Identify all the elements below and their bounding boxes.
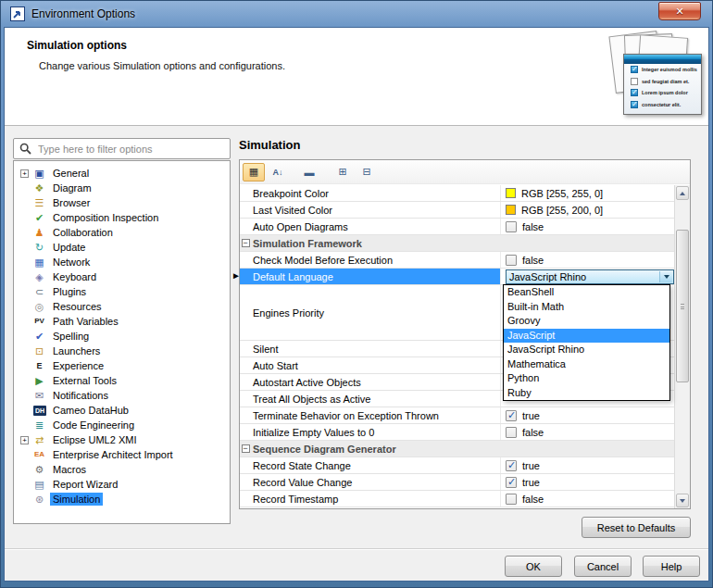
scroll-down-button[interactable] [676, 494, 689, 507]
sidebar-item-cameo-datahub[interactable]: DHCameo DataHub [14, 403, 230, 418]
row-gutter [240, 457, 251, 473]
expander-icon[interactable]: + [20, 169, 29, 178]
dropdown-option-built-in-math[interactable]: Built-in Math [504, 300, 669, 315]
bool-value-text: false [522, 494, 544, 505]
dropdown-option-beanshell[interactable]: BeanShell [504, 285, 669, 300]
sidebar-item-launchers[interactable]: ⊡Launchers [14, 344, 230, 358]
property-row-record-state-change[interactable]: Record State Changetrue [240, 457, 675, 474]
close-button[interactable]: ✕ [658, 2, 701, 20]
collapse-group-icon[interactable]: − [240, 441, 251, 457]
chevron-down-icon[interactable] [659, 271, 672, 282]
sidebar-item-simulation[interactable]: ⊛Simulation [14, 492, 230, 507]
color-swatch[interactable] [506, 188, 516, 198]
scrollbar-thumb[interactable] [676, 230, 689, 382]
property-row-check-model-before-execution[interactable]: Check Model Before Executionfalse [240, 252, 675, 269]
group-label: Simulation Framework [251, 238, 362, 249]
show-categorized-view-button[interactable]: ▦ [243, 163, 265, 181]
default-language-combo[interactable]: JavaScript Rhino [506, 269, 674, 284]
checked-checkbox[interactable] [506, 460, 517, 471]
sidebar-item-label: Path Variables [50, 315, 121, 328]
sidebar-item-collaboration[interactable]: ♟Collaboration [14, 225, 230, 240]
sidebar-item-label: Keyboard [50, 270, 99, 283]
property-label: Check Model Before Execution [251, 252, 500, 268]
sidebar-item-report-wizard[interactable]: ▤Report Wizard [14, 477, 230, 492]
unchecked-checkbox[interactable] [506, 494, 517, 505]
options-tree: +▣General❖Diagram☰Browser✔Composition In… [13, 160, 231, 524]
property-row-last-visited-color[interactable]: Last Visited ColorRGB [255, 200, 0] [240, 202, 675, 219]
property-row-terminate-behavior-on-exception-thrown[interactable]: Terminate Behavior on Exception Throwntr… [240, 407, 675, 424]
sidebar-item-path-variables[interactable]: PVPath Variables [14, 314, 230, 329]
show-description-area-button[interactable]: ▬ [298, 163, 320, 181]
sidebar-item-experience[interactable]: EExperience [14, 358, 230, 373]
cancel-button[interactable]: Cancel [574, 556, 632, 577]
property-row-initialize-empty-values-to-0[interactable]: Initialize Empty Values to 0false [240, 424, 675, 441]
property-row-breakpoint-color[interactable]: Breakpoint ColorRGB [255, 255, 0] [240, 185, 675, 202]
scroll-up-button[interactable] [676, 186, 689, 200]
bool-value-text: true [522, 460, 540, 471]
sidebar-item-resources[interactable]: ◎Resources [14, 299, 230, 314]
dropdown-option-javascript[interactable]: JavaScript [504, 329, 669, 344]
unchecked-checkbox[interactable] [506, 221, 517, 232]
expand-all-button[interactable]: ⊞ [331, 163, 354, 181]
sidebar-item-label: Eclipse UML2 XMI [50, 433, 139, 446]
sidebar-item-diagram[interactable]: ❖Diagram [14, 181, 230, 195]
dropdown-option-javascript-rhino[interactable]: JavaScript Rhino [504, 343, 669, 357]
collapse-all-button[interactable]: ⊟ [356, 163, 378, 181]
sidebar-item-eclipse-uml2-xmi[interactable]: +⇄Eclipse UML2 XMI [14, 432, 230, 447]
property-row-auto-open-diagrams[interactable]: Auto Open Diagramsfalse [240, 219, 675, 235]
group-row-simulation-framework[interactable]: −Simulation Framework [240, 235, 675, 252]
row-gutter [240, 341, 251, 357]
checked-checkbox[interactable] [506, 410, 517, 421]
bool-value-text: false [522, 255, 544, 266]
checklist-card-graphic: Integer euismod mollissed feugiat diam e… [623, 54, 702, 115]
property-value: true [500, 407, 675, 423]
spelling-icon: ✔ [32, 330, 46, 343]
sidebar-item-notifications[interactable]: ✉Notifications [14, 388, 230, 403]
reset-to-defaults-button[interactable]: Reset to Defaults [582, 517, 691, 538]
sidebar-item-label: Resources [50, 300, 105, 313]
dropdown-option-mathematica[interactable]: Mathematica [504, 357, 669, 372]
simulation-icon: ⊛ [32, 493, 46, 506]
language-dropdown-list: BeanShellBuilt-in MathGroovyJavaScriptJa… [503, 284, 670, 401]
sidebar-item-external-tools[interactable]: ▶External Tools [14, 373, 230, 388]
sidebar-item-code-engineering[interactable]: ≣Code Engineering [14, 418, 230, 432]
sidebar-item-plugins[interactable]: ⊂Plugins [14, 284, 230, 299]
property-label: Terminate Behavior on Exception Thrown [251, 407, 500, 423]
collapse-group-icon[interactable]: − [240, 235, 251, 251]
dropdown-option-ruby[interactable]: Ruby [504, 386, 669, 401]
expander-icon[interactable]: + [20, 436, 29, 444]
property-value: true [500, 457, 675, 473]
property-row-record-timestamp[interactable]: Record Timestampfalse [240, 491, 675, 507]
sidebar-item-enterprise-architect-import[interactable]: EAEnterprise Architect Import [14, 447, 230, 462]
unchecked-checkbox-icon [631, 78, 638, 85]
unchecked-checkbox[interactable] [506, 427, 517, 438]
property-label: Breakpoint Color [251, 185, 500, 201]
dropdown-option-groovy[interactable]: Groovy [504, 314, 669, 329]
sidebar-item-network[interactable]: ▦Network [14, 255, 230, 269]
unchecked-checkbox[interactable] [506, 255, 517, 266]
notifications-icon: ✉ [32, 389, 46, 402]
sidebar-item-browser[interactable]: ☰Browser [14, 195, 230, 210]
checklist-item: Lorem ipsum dolor [624, 87, 701, 99]
ok-button[interactable]: OK [505, 556, 562, 577]
properties-toolbar: ▦A↓▬⊞⊟ [240, 160, 690, 184]
property-row-default-language[interactable]: Default LanguageJavaScript Rhino [240, 269, 675, 285]
sidebar-item-update[interactable]: ↻Update [14, 240, 230, 255]
color-value-text: RGB [255, 255, 0] [521, 188, 603, 199]
help-button[interactable]: Help [643, 556, 700, 577]
dropdown-option-python[interactable]: Python [504, 371, 669, 386]
sort-alphabetically-button[interactable]: A↓ [267, 163, 289, 181]
group-row-sequence-diagram-generator[interactable]: −Sequence Diagram Generator [240, 441, 675, 457]
filter-input[interactable] [36, 143, 230, 156]
property-value: false [500, 424, 675, 440]
property-row-record-value-change[interactable]: Record Value Changetrue [240, 474, 675, 491]
sidebar-item-spelling[interactable]: ✔Spelling [14, 329, 230, 344]
sidebar-item-composition-inspection[interactable]: ✔Composition Inspection [14, 210, 230, 225]
checked-checkbox[interactable] [506, 477, 517, 488]
sidebar-item-general[interactable]: +▣General [14, 166, 230, 181]
color-swatch[interactable] [506, 205, 516, 215]
expand-all-icon: ⊞ [338, 166, 346, 178]
sidebar-item-macros[interactable]: ⚙Macros [14, 462, 230, 477]
property-label: Last Visited Color [251, 202, 500, 218]
sidebar-item-keyboard[interactable]: ◈Keyboard [14, 269, 230, 284]
